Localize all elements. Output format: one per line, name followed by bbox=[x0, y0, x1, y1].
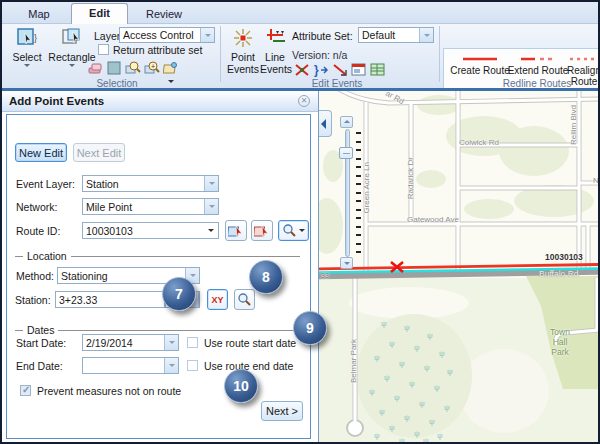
rectangle-dropdown-caret[interactable] bbox=[69, 64, 75, 70]
wetland-tuft-icon: ψ bbox=[369, 387, 375, 396]
start-date-dropdown-button[interactable] bbox=[164, 335, 178, 350]
panel-collapse-button[interactable] bbox=[319, 110, 332, 137]
zoom-in-button[interactable] bbox=[340, 116, 353, 128]
create-route-icon bbox=[460, 55, 500, 63]
route-id-combobox[interactable]: 10030103 bbox=[82, 222, 219, 239]
extend-route-button[interactable]: Extend Route bbox=[507, 54, 569, 76]
svg-text:}: } bbox=[34, 33, 37, 43]
zoom-slider-handle[interactable] bbox=[339, 147, 353, 159]
belmar-park-label: Belmar Park bbox=[349, 339, 358, 383]
wetland-tuft-icon: ψ bbox=[414, 343, 420, 352]
route-id-label: Route ID: bbox=[16, 225, 60, 237]
wetland-tuft-icon: ψ bbox=[389, 423, 395, 432]
clear-selection-icon[interactable] bbox=[87, 60, 103, 76]
end-date-input[interactable] bbox=[82, 357, 179, 374]
layer-dropdown-button[interactable] bbox=[200, 28, 214, 42]
split-event-icon[interactable] bbox=[294, 62, 310, 78]
route-zoom-caret[interactable] bbox=[299, 229, 305, 235]
event-table-icon[interactable] bbox=[370, 62, 386, 78]
station-zoom-button[interactable] bbox=[234, 289, 255, 310]
route-id-value: 10030103 bbox=[83, 225, 204, 237]
layer-combobox[interactable]: Access Control bbox=[119, 27, 215, 43]
wetland-tuft-icon: ψ bbox=[434, 383, 440, 392]
colwick-rd-label: Colwick Rd bbox=[459, 138, 499, 147]
zoom-tick bbox=[356, 149, 361, 151]
select-route-on-map-button[interactable] bbox=[225, 220, 247, 241]
attribute-set-value: Default bbox=[359, 29, 419, 41]
selection-options-icon[interactable] bbox=[163, 60, 179, 76]
dates-section-divider: Dates bbox=[15, 330, 300, 331]
callout-7: 7 bbox=[162, 277, 196, 311]
wetland-tuft-icon: ψ bbox=[427, 331, 433, 340]
event-layer-label: Event Layer: bbox=[16, 178, 75, 190]
network-label: Network: bbox=[16, 201, 57, 213]
create-route-button[interactable]: Create Route bbox=[445, 54, 515, 76]
return-attribute-set-label: Return attribute set bbox=[113, 44, 202, 56]
wetland-tuft-icon: ψ bbox=[439, 349, 445, 358]
wetland-tuft-icon: ψ bbox=[384, 373, 390, 382]
merge-events-icon[interactable]: } bbox=[313, 62, 329, 78]
select-dropdown-caret[interactable] bbox=[24, 64, 30, 70]
extend-route-label: Extend Route bbox=[507, 65, 569, 76]
layer-combobox-value: Access Control bbox=[120, 29, 200, 41]
location-legend: Location bbox=[23, 250, 71, 262]
selectable-layers-icon[interactable] bbox=[106, 60, 122, 76]
wetland-tuft-icon: ψ bbox=[429, 417, 435, 426]
next-button[interactable]: Next > bbox=[261, 401, 303, 421]
point-events-label: Point Events bbox=[227, 51, 259, 75]
event-attributes-icon[interactable] bbox=[351, 62, 367, 78]
select-tool-icon: } bbox=[15, 27, 39, 49]
select-button[interactable]: } Select bbox=[6, 27, 48, 70]
use-route-start-date-label: Use route start date bbox=[204, 337, 296, 349]
network-combobox[interactable]: Mile Point bbox=[82, 198, 219, 215]
map-canvas[interactable]: ar Rd Colwick Rd Rellim Blvd N Green Acr… bbox=[318, 91, 598, 442]
green-acre-ln-label: Green Acre Ln bbox=[362, 162, 371, 214]
panel-close-icon[interactable]: ✕ bbox=[298, 95, 310, 107]
point-events-button[interactable]: Point Events bbox=[226, 27, 260, 75]
end-date-dropdown-button[interactable] bbox=[164, 358, 178, 373]
zoom-tick bbox=[356, 226, 361, 228]
line-events-button[interactable]: Line Events bbox=[260, 27, 290, 75]
tab-map[interactable]: Map bbox=[16, 5, 62, 24]
tab-edit[interactable]: Edit bbox=[71, 3, 128, 24]
route-zoom-dropdown-button[interactable] bbox=[278, 220, 309, 241]
selection-options-caret[interactable] bbox=[168, 80, 174, 86]
zoom-tick bbox=[356, 166, 361, 168]
network-dropdown-button[interactable] bbox=[204, 199, 218, 214]
clear-route-selection-button[interactable] bbox=[251, 220, 273, 241]
tab-review[interactable]: Review bbox=[138, 5, 190, 24]
station-input[interactable]: 3+23.33 bbox=[55, 291, 165, 308]
use-route-end-date-checkbox[interactable] bbox=[187, 360, 198, 371]
wetland-tuft-icon: ψ bbox=[389, 339, 395, 348]
route-number-label: 10030103 bbox=[545, 252, 583, 262]
cul-de-sac bbox=[347, 420, 363, 436]
panel-title: Add Point Events bbox=[9, 95, 104, 107]
attribute-set-combobox[interactable]: Default bbox=[358, 27, 434, 43]
network-value: Mile Point bbox=[83, 201, 204, 213]
next-edit-button[interactable]: Next Edit bbox=[73, 143, 125, 162]
zoom-out-button[interactable] bbox=[340, 257, 353, 269]
pan-to-selection-icon[interactable]: + bbox=[144, 60, 160, 76]
new-edit-button[interactable]: New Edit bbox=[15, 143, 67, 162]
route-id-dropdown-button[interactable] bbox=[204, 226, 218, 235]
move-event-icon[interactable] bbox=[332, 62, 348, 78]
use-route-start-date-checkbox[interactable] bbox=[187, 337, 198, 348]
zoom-tick bbox=[356, 175, 361, 177]
wetland-tuft-icon: ψ bbox=[447, 367, 453, 376]
xy-icon: XY bbox=[211, 295, 223, 305]
svg-text:+: + bbox=[151, 63, 155, 70]
select-route-map-icon bbox=[228, 223, 244, 239]
magnifier-icon bbox=[282, 223, 297, 238]
zoom-tick bbox=[356, 183, 361, 185]
event-layer-combobox[interactable]: Station bbox=[82, 175, 219, 192]
attribute-set-dropdown-button[interactable] bbox=[419, 28, 433, 42]
return-attribute-set-checkbox[interactable] bbox=[98, 44, 109, 55]
event-layer-dropdown-button[interactable] bbox=[204, 176, 218, 191]
xy-button[interactable]: XY bbox=[207, 289, 228, 310]
wetland-tuft-icon: ψ bbox=[404, 323, 410, 332]
wetland-tuft-icon: ψ bbox=[423, 436, 429, 442]
zoom-to-selection-icon[interactable] bbox=[125, 60, 141, 76]
start-date-input[interactable]: 2/19/2014 bbox=[82, 334, 179, 351]
prevent-measures-checkbox[interactable] bbox=[20, 385, 31, 396]
version-label: Version: n/a bbox=[292, 49, 347, 61]
